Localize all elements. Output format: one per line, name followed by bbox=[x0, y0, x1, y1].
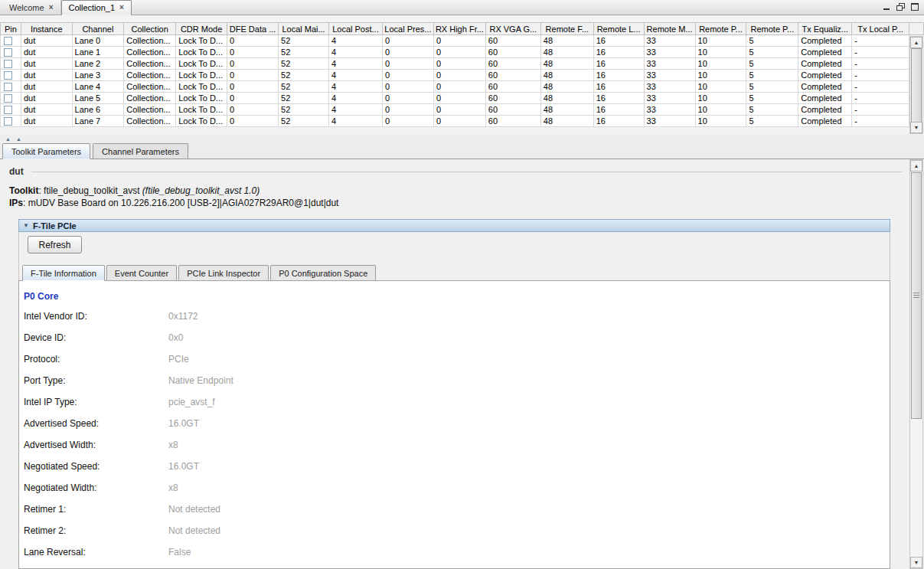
maximize-icon[interactable] bbox=[911, 3, 919, 11]
table-cell[interactable]: 33 bbox=[644, 47, 695, 58]
table-cell[interactable]: 52 bbox=[279, 93, 329, 104]
column-header-tx-local-p[interactable]: Tx Local P... bbox=[852, 23, 909, 35]
scroll-down-icon[interactable]: ▼ bbox=[910, 557, 922, 568]
table-cell[interactable]: 5 bbox=[746, 93, 798, 104]
table-cell[interactable]: 4 bbox=[328, 104, 382, 116]
scrollbar-thumb[interactable] bbox=[911, 48, 922, 123]
table-cell[interactable]: 5 bbox=[746, 47, 798, 58]
table-cell[interactable]: Collection... bbox=[124, 104, 176, 116]
column-header-local-post[interactable]: Local Post... bbox=[328, 23, 382, 35]
table-cell[interactable]: 0 bbox=[227, 93, 279, 104]
table-cell[interactable]: Collection... bbox=[124, 35, 176, 47]
table-cell[interactable]: - bbox=[852, 35, 909, 47]
table-cell[interactable]: Lock To D... bbox=[176, 70, 227, 81]
table-cell[interactable]: Lock To D... bbox=[176, 116, 227, 127]
tab-collection-1[interactable]: Collection_1× bbox=[61, 0, 132, 15]
table-cell[interactable]: 0 bbox=[227, 47, 279, 58]
table-cell[interactable]: 16 bbox=[593, 70, 644, 81]
table-cell[interactable]: 48 bbox=[540, 70, 593, 81]
table-cell[interactable]: 0 bbox=[227, 58, 279, 70]
table-cell[interactable]: 0 bbox=[433, 81, 485, 93]
table-cell[interactable]: Lane 3 bbox=[72, 70, 124, 81]
table-cell[interactable]: 0 bbox=[433, 116, 485, 127]
table-cell[interactable]: 48 bbox=[540, 58, 593, 70]
table-cell[interactable]: 10 bbox=[695, 93, 746, 104]
column-header-remote-f[interactable]: Remote F... bbox=[540, 23, 593, 35]
pin-checkbox[interactable] bbox=[4, 37, 12, 45]
table-cell[interactable]: 4 bbox=[328, 70, 382, 81]
column-header-tx-equaliz[interactable]: Tx Equaliz... bbox=[798, 23, 852, 35]
table-cell[interactable]: Lock To D... bbox=[176, 35, 227, 47]
table-cell[interactable]: 52 bbox=[279, 104, 329, 116]
table-cell[interactable]: 0 bbox=[382, 58, 433, 70]
scroll-up-icon[interactable]: ▲ bbox=[910, 160, 922, 172]
table-cell[interactable]: dut bbox=[21, 116, 72, 127]
table-cell[interactable]: 10 bbox=[695, 116, 746, 127]
table-cell[interactable]: Lane 7 bbox=[72, 116, 124, 127]
table-cell[interactable]: 5 bbox=[746, 70, 798, 81]
table-cell[interactable]: 0 bbox=[433, 104, 485, 116]
table-cell[interactable]: 4 bbox=[328, 58, 382, 70]
table-cell[interactable]: 60 bbox=[485, 104, 540, 116]
column-header-rx-vga-g[interactable]: RX VGA G... bbox=[485, 23, 540, 35]
table-cell[interactable]: Lane 1 bbox=[72, 47, 124, 58]
table-cell[interactable]: 5 bbox=[746, 104, 798, 116]
table-cell[interactable]: 16 bbox=[593, 93, 644, 104]
table-cell[interactable]: 52 bbox=[279, 81, 329, 93]
table-cell[interactable]: 48 bbox=[540, 81, 593, 93]
table-cell[interactable]: 0 bbox=[382, 104, 433, 116]
channel-row[interactable]: dutLane 2Collection...Lock To D...052400… bbox=[1, 58, 924, 70]
table-cell[interactable]: Lock To D... bbox=[176, 58, 227, 70]
table-cell[interactable]: 33 bbox=[644, 58, 695, 70]
table-cell[interactable]: Lane 4 bbox=[72, 81, 124, 93]
table-cell[interactable]: dut bbox=[21, 35, 72, 47]
table-cell[interactable]: 4 bbox=[328, 35, 382, 47]
pin-checkbox[interactable] bbox=[4, 117, 12, 126]
table-cell[interactable]: 10 bbox=[695, 81, 746, 93]
table-cell[interactable]: 0 bbox=[382, 35, 433, 47]
table-cell[interactable]: - bbox=[852, 93, 909, 104]
table-cell[interactable]: dut bbox=[21, 47, 72, 58]
table-cell[interactable]: Collection... bbox=[124, 47, 176, 58]
table-cell[interactable]: 52 bbox=[279, 35, 329, 47]
table-cell[interactable]: dut bbox=[21, 81, 72, 93]
table-cell[interactable]: Collection... bbox=[124, 116, 176, 127]
column-header-remote-p[interactable]: Remote P... bbox=[746, 23, 798, 35]
tab-f-tile-information[interactable]: F-Tile Information bbox=[22, 265, 105, 281]
table-cell[interactable]: 4 bbox=[328, 116, 382, 127]
table-cell[interactable]: Collection... bbox=[124, 81, 176, 93]
table-cell[interactable]: Collection... bbox=[124, 93, 176, 104]
table-cell[interactable]: Lane 2 bbox=[72, 58, 124, 70]
table-cell[interactable]: - bbox=[852, 81, 909, 93]
table-cell[interactable]: 10 bbox=[695, 47, 746, 58]
table-cell[interactable]: Completed bbox=[798, 93, 852, 104]
view-tab-toolkit-parameters[interactable]: Toolkit Parameters bbox=[2, 143, 90, 159]
scroll-up-icon[interactable]: ▲ bbox=[910, 37, 922, 48]
close-icon[interactable]: × bbox=[119, 4, 124, 11]
pin-checkbox[interactable] bbox=[4, 60, 12, 68]
table-cell[interactable]: 16 bbox=[593, 116, 644, 127]
table-cell[interactable]: 0 bbox=[382, 47, 433, 58]
table-cell[interactable]: Lane 0 bbox=[72, 35, 124, 47]
tab-welcome[interactable]: Welcome× bbox=[2, 0, 61, 15]
table-cell[interactable]: 10 bbox=[695, 104, 746, 116]
table-cell[interactable]: 16 bbox=[593, 104, 644, 116]
table-cell[interactable]: Lane 6 bbox=[72, 104, 124, 116]
table-cell[interactable]: Completed bbox=[798, 104, 852, 116]
table-cell[interactable]: Collection... bbox=[124, 70, 176, 81]
table-cell[interactable]: 48 bbox=[540, 93, 593, 104]
table-cell[interactable]: - bbox=[852, 104, 909, 116]
table-cell[interactable]: 10 bbox=[695, 70, 746, 81]
table-cell[interactable]: 5 bbox=[746, 58, 798, 70]
channel-row[interactable]: dutLane 0Collection...Lock To D...052400… bbox=[1, 35, 924, 47]
column-header-pin[interactable]: Pin bbox=[1, 23, 21, 35]
ftile-pcie-section-header[interactable]: ▼ F-Tile PCIe bbox=[18, 219, 890, 232]
table-cell[interactable]: 16 bbox=[593, 58, 644, 70]
table-cell[interactable]: 0 bbox=[227, 35, 279, 47]
table-cell[interactable]: 60 bbox=[485, 35, 540, 47]
table-cell[interactable]: 60 bbox=[485, 116, 540, 127]
pin-checkbox[interactable] bbox=[4, 83, 12, 91]
table-cell[interactable]: Completed bbox=[798, 58, 852, 70]
table-cell[interactable]: Completed bbox=[798, 81, 852, 93]
table-cell[interactable]: - bbox=[852, 58, 909, 70]
